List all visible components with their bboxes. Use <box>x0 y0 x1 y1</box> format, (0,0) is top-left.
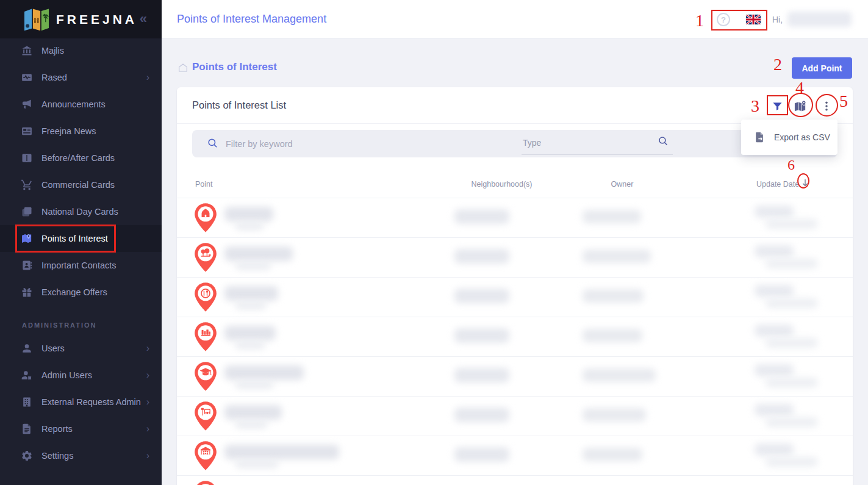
table-row[interactable] <box>177 238 853 278</box>
sidebar-item-announcements[interactable]: Announcements <box>0 91 162 118</box>
sidebar-item-users[interactable]: Users › <box>0 335 162 362</box>
type-search-icon[interactable] <box>658 135 669 147</box>
help-icon[interactable]: ? <box>717 13 730 26</box>
pulse-card-icon <box>21 71 33 84</box>
redacted-text <box>235 302 266 309</box>
redacted-text <box>235 421 267 428</box>
sidebar-item-settings[interactable]: Settings › <box>0 442 162 469</box>
redacted-text <box>235 262 271 270</box>
sidebar-item-commercial-cards[interactable]: Commercial Cards <box>0 171 162 198</box>
redacted-text <box>224 207 273 221</box>
redacted-text <box>224 405 282 420</box>
table-row[interactable] <box>177 357 853 397</box>
logo-bar: FREEJNA « <box>0 0 162 38</box>
building-icon <box>21 396 33 408</box>
cart-icon <box>21 179 33 191</box>
kebab-menu-icon[interactable] <box>819 98 834 114</box>
sidebar-nav: Majlis Rased › Announcements Freejna New… <box>0 37 162 469</box>
redacted-text <box>583 250 651 263</box>
sidebar-collapse-icon[interactable]: « <box>140 12 147 26</box>
card-actions-dropdown[interactable]: Export as CSV <box>741 120 838 155</box>
language-flag-icon[interactable] <box>746 15 761 24</box>
redacted-text <box>766 259 818 268</box>
user-icon <box>21 342 33 354</box>
redacted-text <box>454 368 509 383</box>
page-title: Points of Interest Management <box>177 13 326 26</box>
redacted-text <box>454 249 509 264</box>
partial-pin-icon <box>194 480 217 485</box>
column-owner: Owner <box>592 180 653 189</box>
park-pin-icon <box>194 242 217 273</box>
breadcrumb[interactable]: Points of Interest <box>192 61 277 73</box>
table-row[interactable] <box>177 397 853 436</box>
gift-icon <box>21 286 33 298</box>
redacted-text <box>454 447 509 462</box>
sidebar-item-admin-users[interactable]: Admin Users › <box>0 362 162 389</box>
contact-book-icon <box>21 259 33 271</box>
file-export-icon <box>753 131 766 143</box>
table-header: Point Neighbourhood(s) Owner Update Date <box>177 170 853 198</box>
sidebar-item-national-day-cards[interactable]: National Day Cards <box>0 198 162 225</box>
bus-station-pin-icon <box>194 401 217 431</box>
sidebar-section-administration: ADMINISTRATION <box>0 306 162 335</box>
sidebar-item-rased[interactable]: Rased › <box>0 64 162 91</box>
redacted-text <box>755 325 794 337</box>
redacted-text <box>224 286 278 301</box>
table-row[interactable] <box>177 436 853 476</box>
export-as-csv-item[interactable]: Export as CSV <box>774 132 830 142</box>
cards-stack-icon <box>21 206 33 218</box>
column-point: Point <box>195 180 213 189</box>
redacted-text <box>583 368 656 382</box>
add-point-button[interactable]: Add Point <box>792 57 852 79</box>
redacted-text <box>755 206 794 218</box>
document-icon <box>21 423 33 435</box>
redacted-text <box>235 461 278 468</box>
redacted-text <box>583 329 642 342</box>
redacted-text <box>454 289 509 303</box>
sidebar-item-majlis[interactable]: Majlis <box>0 37 162 64</box>
sidebar-item-important-contacts[interactable]: Important Contacts <box>0 252 162 279</box>
chevron-right-icon: › <box>146 72 149 83</box>
redacted-text <box>766 457 818 467</box>
table-row[interactable] <box>177 198 853 238</box>
gear-icon <box>21 450 33 462</box>
bank-icon <box>21 45 33 57</box>
table-row[interactable] <box>177 317 853 357</box>
redacted-text <box>235 342 265 349</box>
map-overview-icon[interactable] <box>792 98 808 114</box>
search-icon <box>207 137 219 149</box>
restaurant-pin-icon <box>194 282 217 312</box>
chevron-right-icon: › <box>146 423 149 434</box>
main-content: Points of Interest Add Point Points of I… <box>162 38 868 485</box>
sidebar-item-external-requests-admin[interactable]: External Requests Admin › <box>0 389 162 415</box>
mosque-pin-icon <box>194 203 217 233</box>
brand-name: FREEJNA <box>56 12 137 27</box>
user-name-redacted[interactable] <box>787 12 852 27</box>
redacted-text <box>755 245 794 257</box>
sidebar-item-before-after-cards[interactable]: Before/After Cards <box>0 145 162 171</box>
redacted-text <box>766 298 818 308</box>
topbar: Points of Interest Management ? Hi, <box>162 0 868 38</box>
home-icon[interactable] <box>178 62 188 73</box>
redacted-text <box>755 285 794 297</box>
table-row[interactable] <box>177 278 853 317</box>
redacted-text <box>224 246 293 261</box>
type-select[interactable]: Type <box>522 130 673 155</box>
sort-arrow-down-icon[interactable] <box>800 178 811 189</box>
redacted-text <box>766 417 818 427</box>
sidebar-item-points-of-interest[interactable]: Points of Interest <box>0 225 162 252</box>
keyword-filter-input[interactable] <box>226 135 457 153</box>
redacted-text <box>583 408 646 422</box>
sidebar-item-reports[interactable]: Reports › <box>0 415 162 442</box>
newspaper-icon <box>21 125 33 137</box>
redacted-text <box>454 408 509 422</box>
redacted-text <box>755 444 794 456</box>
type-select-label: Type <box>523 138 541 148</box>
sidebar-item-exchange-offers[interactable]: Exchange Offers <box>0 279 162 306</box>
redacted-text <box>224 326 276 340</box>
education-pin-icon <box>194 361 217 392</box>
redacted-text <box>235 223 264 230</box>
sidebar-item-freejna-news[interactable]: Freejna News <box>0 118 162 145</box>
table-row[interactable] <box>177 476 853 485</box>
filter-icon[interactable] <box>769 98 785 114</box>
